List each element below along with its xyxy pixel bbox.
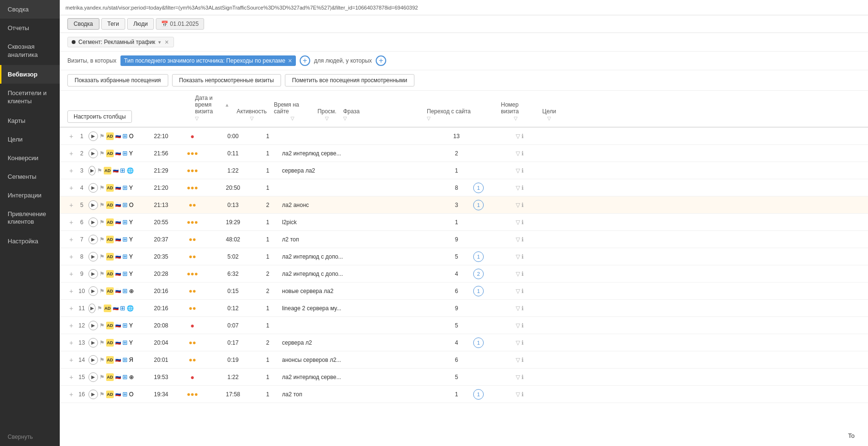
row-filter-icon[interactable]: ▽ <box>516 339 520 346</box>
tab-svod[interactable]: Сводка <box>67 18 99 30</box>
play-button[interactable]: ▶ <box>88 183 98 193</box>
play-button[interactable]: ▶ <box>88 252 98 261</box>
row-filter-icon[interactable]: ▽ <box>516 305 520 312</box>
show-unviewed-button[interactable]: Показать непросмотренные визиты <box>172 74 281 87</box>
row-filter-icon[interactable]: ▽ <box>516 133 520 140</box>
add-row-button[interactable]: + <box>67 218 75 226</box>
play-button[interactable]: ▶ <box>88 200 98 210</box>
row-info-icon[interactable]: ℹ <box>521 253 524 260</box>
add-row-button[interactable]: + <box>67 305 75 312</box>
referrer-filter-icon[interactable]: ▽ <box>427 116 431 121</box>
configure-columns-button[interactable]: Настроить столбцы <box>67 110 132 123</box>
play-button[interactable]: ▶ <box>88 149 98 158</box>
sidebar-item-celi[interactable]: Цели <box>0 130 60 149</box>
sidebar-item-svaz[interactable]: Сквозная аналитика <box>0 37 60 65</box>
sidebar-item-svod[interactable]: Сводка <box>0 0 60 19</box>
row-info-icon[interactable]: ℹ <box>521 185 524 191</box>
filter-chip-close[interactable]: × <box>288 57 292 65</box>
row-info-icon[interactable]: ℹ <box>521 391 524 398</box>
date-badge[interactable]: 📅 01.01.2025 <box>156 18 204 30</box>
mark-all-viewed-button[interactable]: Пометить все посещения просмотренными <box>285 74 414 87</box>
sidebar-item-posit[interactable]: Посетители и клиенты <box>0 84 60 111</box>
row-info-icon[interactable]: ℹ <box>521 322 524 329</box>
time-filter-icon[interactable]: ▽ <box>291 116 294 121</box>
play-button[interactable]: ▶ <box>88 218 98 227</box>
add-row-button[interactable]: + <box>67 339 75 347</box>
add-row-button[interactable]: + <box>67 184 75 192</box>
row-filter-icon[interactable]: ▽ <box>516 253 520 260</box>
phrase-filter-icon[interactable]: ▽ <box>343 116 347 121</box>
play-button[interactable]: ▶ <box>88 286 98 296</box>
row-info-icon[interactable]: ℹ <box>521 236 524 243</box>
row-info-icon[interactable]: ℹ <box>521 305 524 312</box>
add-filter-button[interactable]: + <box>300 55 310 66</box>
row-info-icon[interactable]: ℹ <box>521 374 524 381</box>
play-button[interactable]: ▶ <box>88 338 98 348</box>
sidebar-item-karty[interactable]: Карты <box>0 111 60 130</box>
play-button[interactable]: ▶ <box>88 321 98 330</box>
sidebar-item-otch[interactable]: Отчеты <box>0 19 60 37</box>
row-filter-icon[interactable]: ▽ <box>516 236 520 243</box>
row-filter-icon[interactable]: ▽ <box>516 219 520 226</box>
row-filter-icon[interactable]: ▽ <box>516 357 520 363</box>
sidebar-item-int[interactable]: Интеграции <box>0 186 60 205</box>
add-row-button[interactable]: + <box>67 253 75 261</box>
row-info-icon[interactable]: ℹ <box>521 202 524 208</box>
row-info-icon[interactable]: ℹ <box>521 150 524 157</box>
add-row-button[interactable]: + <box>67 167 75 174</box>
play-button[interactable]: ▶ <box>88 235 98 244</box>
play-button[interactable]: ▶ <box>88 304 96 313</box>
add-row-button[interactable]: + <box>67 150 75 157</box>
row-filter-icon[interactable]: ▽ <box>516 202 520 208</box>
play-button[interactable]: ▶ <box>88 269 98 279</box>
play-button[interactable]: ▶ <box>88 131 98 141</box>
add-row-button[interactable]: + <box>67 270 75 278</box>
add-row-button[interactable]: + <box>67 373 75 381</box>
row-filter-icon[interactable]: ▽ <box>516 271 520 277</box>
filter-chip[interactable]: Тип последнего значимого источника: Пере… <box>120 55 296 66</box>
show-favorites-button[interactable]: Показать избранные посещения <box>67 74 168 87</box>
add-row-button[interactable]: + <box>67 132 75 140</box>
play-button[interactable]: ▶ <box>88 390 98 399</box>
sidebar-item-nast[interactable]: Настройка <box>0 232 60 250</box>
row-info-icon[interactable]: ℹ <box>521 288 524 294</box>
row-filter-icon[interactable]: ▽ <box>516 185 520 191</box>
row-info-icon[interactable]: ℹ <box>521 167 524 174</box>
add-row-button[interactable]: + <box>67 322 75 329</box>
row-info-icon[interactable]: ℹ <box>521 357 524 363</box>
add-row-button[interactable]: + <box>67 287 75 295</box>
row-info-icon[interactable]: ℹ <box>521 271 524 277</box>
sidebar-item-webv[interactable]: Вебвизор <box>0 65 60 84</box>
add-row-button[interactable]: + <box>67 201 75 209</box>
row-info-icon[interactable]: ℹ <box>521 339 524 346</box>
collapse-button[interactable]: Свернуть <box>0 428 60 446</box>
visit-num-filter-icon[interactable]: ▽ <box>514 116 518 121</box>
row-info-icon[interactable]: ℹ <box>521 219 524 226</box>
row-filter-icon[interactable]: ▽ <box>516 374 520 381</box>
row-filter-icon[interactable]: ▽ <box>516 167 520 174</box>
play-button[interactable]: ▶ <box>88 355 98 365</box>
row-info-icon[interactable]: ℹ <box>521 133 524 140</box>
tab-tegi[interactable]: Теги <box>101 18 125 30</box>
date-filter-icon[interactable]: ▽ <box>195 116 199 121</box>
table-area[interactable]: Настроить столбцы Дата и время визита ▲ … <box>60 91 868 446</box>
row-filter-icon[interactable]: ▽ <box>516 322 520 329</box>
play-button[interactable]: ▶ <box>88 166 96 175</box>
goals-filter-icon[interactable]: ▽ <box>547 116 551 121</box>
row-filter-icon[interactable]: ▽ <box>516 391 520 398</box>
segment-close-button[interactable]: × <box>164 39 170 45</box>
sidebar-item-privl[interactable]: Привлечение клиентов <box>0 205 60 232</box>
add-row-button[interactable]: + <box>67 391 75 398</box>
add-row-button[interactable]: + <box>67 356 75 364</box>
play-button[interactable]: ▶ <box>88 372 98 382</box>
activity-filter-icon[interactable]: ▽ <box>250 116 254 121</box>
date-sort-icon[interactable]: ▲ <box>225 102 229 108</box>
add-row-button[interactable]: + <box>67 236 75 243</box>
row-filter-icon[interactable]: ▽ <box>516 288 520 294</box>
add-extra-filter-button[interactable]: + <box>376 55 386 66</box>
sidebar-item-konv[interactable]: Конверсии <box>0 149 60 167</box>
tab-lyudi[interactable]: Люди <box>127 18 154 30</box>
views-filter-icon[interactable]: ▽ <box>325 116 329 121</box>
segment-badge[interactable]: Сегмент: Рекламный трафик ▾ × <box>67 37 174 47</box>
sidebar-item-segm[interactable]: Сегменты <box>0 167 60 186</box>
